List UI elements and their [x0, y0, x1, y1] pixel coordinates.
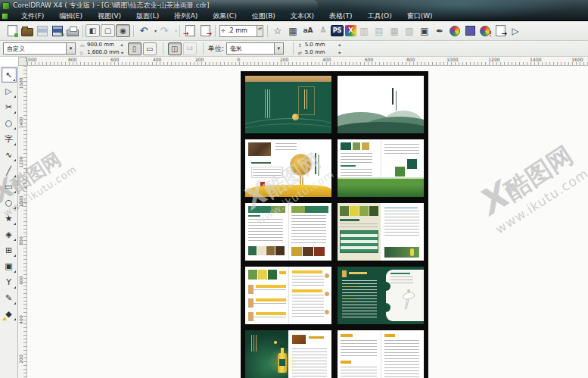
color-wheel-icon[interactable] [447, 24, 462, 38]
page-width-spin[interactable]: ▭ 900.0 mm ◂▸ [80, 42, 123, 48]
toolbar-separator[interactable] [265, 24, 270, 38]
palette-alert-icon[interactable] [478, 24, 493, 38]
flyout-arrow-icon[interactable]: ▷ [508, 24, 523, 38]
toolbar-separator[interactable] [80, 24, 86, 38]
polygon-tool-icon[interactable]: ★ [2, 211, 17, 226]
menu-layout[interactable]: 版面(L) [129, 11, 166, 22]
spinner-arrows-icon[interactable]: ◂▸ [120, 42, 123, 47]
blend-tool-icon[interactable]: ▣ [2, 258, 17, 273]
wizard-icon[interactable]: ☆ [270, 24, 285, 38]
all-pages-button[interactable]: ◫ [168, 42, 182, 55]
spinner-arrows-icon[interactable]: ◂▸ [338, 42, 341, 47]
spread-thumbnail-mountains[interactable] [338, 76, 424, 133]
nudge-offset-spin[interactable]: ↕ 5.0 mm ◂▸ [298, 42, 341, 48]
menu-window[interactable]: 窗口(W) [400, 11, 440, 22]
transparency-tool-icon[interactable]: Y [2, 274, 17, 289]
save-icon[interactable] [35, 24, 50, 38]
spread-thumbnail-articles[interactable] [245, 203, 331, 261]
page-layout-icon[interactable]: ▥ [356, 24, 372, 38]
spread-thumbnail-bottle[interactable] [245, 330, 331, 378]
columns-icon[interactable]: ▤ [372, 24, 387, 38]
redo-icon[interactable]: ↷ [157, 24, 172, 38]
print-icon[interactable] [65, 24, 80, 38]
document-window-icon[interactable] [2, 13, 8, 20]
fill-tool-icon[interactable]: ◆ [2, 306, 17, 321]
freehand-tool-icon[interactable]: ∿ [2, 147, 17, 162]
zoom-tool-icon[interactable]: ○ [2, 115, 17, 130]
nudge-spinbox[interactable]: .2 mm [219, 25, 263, 37]
ellipse-tool-icon[interactable]: ○ [2, 195, 17, 210]
shape-tool-icon[interactable]: ▷ [2, 83, 17, 98]
preview-pages-icon[interactable]: ▦ [387, 24, 402, 38]
spread-thumbnail-emblem[interactable] [245, 139, 331, 197]
menu-tools[interactable]: 工具(O) [361, 11, 399, 22]
horizontal-ruler[interactable]: 1000800600400200020040060080010001200140… [27, 57, 588, 66]
menu-arrange[interactable]: 排列(A) [167, 11, 204, 22]
save-as-icon[interactable] [50, 24, 65, 38]
units-combo[interactable]: 毫米 [226, 42, 284, 55]
drawing-canvas[interactable] [27, 66, 588, 378]
portrait-button[interactable]: ▯ [128, 42, 142, 55]
menu-effects[interactable]: 效果(C) [206, 11, 243, 22]
text-lines [384, 211, 419, 236]
toolbar-separator[interactable] [213, 24, 218, 38]
vertical-ruler[interactable]: 1600140012001000800600400200 [18, 66, 27, 378]
menu-file[interactable]: 文件(F) [14, 11, 51, 22]
menu-edit[interactable]: 编辑(E) [52, 11, 89, 22]
view-preview-button[interactable]: ◉ [116, 24, 130, 37]
corel-apps-icon[interactable]: X [345, 25, 356, 36]
green-header-block [341, 142, 351, 150]
ruler-label: 600 [110, 58, 119, 63]
graph-paper-icon[interactable]: ▦ [285, 24, 300, 38]
menu-bar[interactable]: 文件(F)编辑(E)视图(V)版面(L)排列(A)效果(C)位图(B)文本(X)… [0, 11, 588, 21]
toolbar-separator[interactable] [177, 24, 182, 38]
view-full-button[interactable]: ▢ [101, 24, 115, 37]
landscape-button[interactable]: ▭ [143, 42, 157, 55]
mirror-pages-icon[interactable]: ▧ [402, 24, 417, 38]
spread-thumbnail-taichi[interactable] [338, 267, 424, 324]
ruler-label: 1000 [25, 58, 36, 63]
view-normal-button[interactable]: ◧ [86, 24, 100, 37]
spread-thumbnail-fields[interactable] [338, 139, 424, 197]
import-icon[interactable] [182, 24, 198, 38]
menu-table[interactable]: 表格(T) [322, 11, 359, 22]
spellcheck-icon[interactable]: Ä [316, 24, 331, 38]
duplicate-distance-spin[interactable]: ⇄ 5.0 mm ◂▸ [298, 49, 341, 56]
eyedropper-tool-icon[interactable]: ✎ [2, 290, 17, 305]
menu-text[interactable]: 文本(X) [284, 11, 321, 22]
menu-view[interactable]: 视图(V) [91, 11, 128, 22]
spread-thumbnail-product[interactable] [338, 203, 424, 261]
photoshop-badge-icon[interactable]: PS [331, 25, 344, 36]
rectangle-tool-icon[interactable]: ▭ [2, 179, 17, 194]
title-bar[interactable]: CorelDRAW X4 ( 专业版 ) - [G:\晒图\仙态农业-山茶油画册… [0, 0, 318, 11]
publish-pdf-icon[interactable] [493, 24, 508, 38]
undo-icon[interactable]: ↶ [136, 24, 151, 38]
toolbar-separator[interactable] [131, 24, 136, 38]
duplicate-window-icon[interactable]: ▣ [417, 24, 432, 38]
basic-shapes-tool-icon[interactable]: ◈ [2, 226, 17, 242]
pen-nib-icon[interactable]: ✒ [432, 24, 447, 38]
gold-emblem [342, 270, 347, 277]
font-list-icon[interactable]: aA [300, 24, 316, 38]
current-page-button[interactable]: Ld [183, 42, 197, 55]
bezier-tool-icon[interactable]: ╱ [2, 163, 17, 178]
spread-thumbnail-columns[interactable] [338, 330, 424, 378]
spinner-arrows-icon[interactable]: ◂▸ [121, 50, 123, 55]
pick-tool-icon[interactable]: ↖ [2, 67, 17, 83]
fill-color-icon[interactable] [462, 24, 478, 38]
new-document-icon[interactable] [5, 24, 20, 38]
spinner-arrows-icon[interactable]: ◂▸ [338, 50, 341, 55]
crop-tool-icon[interactable]: ✂ [2, 99, 17, 114]
spread-thumbnail-timeline[interactable] [245, 267, 331, 324]
open-folder-icon[interactable] [20, 24, 35, 38]
page-height-spin[interactable]: ▯ 1,600.0 mm ◂▸ [80, 49, 123, 56]
artboard[interactable] [241, 71, 428, 378]
page-preset-combo[interactable]: 自定义 [3, 42, 76, 55]
spread-thumbnail-cover[interactable] [245, 76, 331, 133]
panel-text-lines [390, 276, 413, 284]
export-icon[interactable] [198, 24, 213, 38]
text-tool-icon[interactable]: 字 [2, 131, 17, 146]
text-lines [292, 276, 324, 286]
table-tool-icon[interactable]: ⊞ [2, 242, 17, 258]
menu-bitmaps[interactable]: 位图(B) [245, 11, 282, 22]
